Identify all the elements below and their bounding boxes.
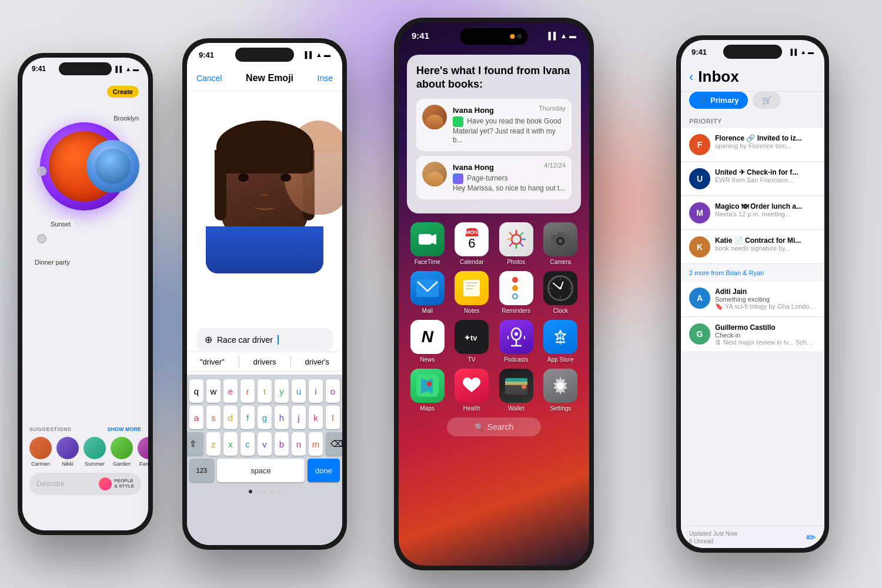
app-appstore[interactable]: App Store [542,320,580,363]
bubble-small-dot2 [37,234,46,243]
autocomplete-1[interactable]: "driver" [200,358,225,366]
shopping-tab[interactable]: 🛒 [753,92,781,109]
suggestion-garden[interactable]: Garden [111,437,133,467]
key-h[interactable]: h [275,406,289,429]
key-t[interactable]: t [258,379,272,403]
phone4-time: 9:41 [691,48,707,56]
app-news[interactable]: N News [408,320,447,363]
suggestion-nikki[interactable]: Nikki [56,437,79,467]
svg-line-10 [509,243,513,246]
app-tv[interactable]: ✦tv TV [453,320,492,363]
key-g[interactable]: g [258,406,272,429]
autocomplete-2[interactable]: drivers [253,358,276,366]
key-m[interactable]: m [309,432,323,456]
key-row-1: q w e r t y u i o [189,379,340,403]
cancel-button[interactable]: Cancel [196,74,222,83]
key-n[interactable]: n [292,432,306,456]
search-input-bar[interactable]: ⊕ Race car driver [196,328,333,351]
svg-point-23 [514,332,518,336]
mail-item-guillermo[interactable]: G Guillermo Castillo Check-in 🗓 Next maj… [681,318,824,352]
emoji-figure[interactable] [212,121,318,262]
key-q[interactable]: q [189,379,203,403]
app-calendar[interactable]: MON 6 Calendar [453,222,492,265]
facetime-label: FaceTime [415,259,440,265]
key-z[interactable]: z [206,432,220,456]
app-podcasts[interactable]: Podcasts [497,320,536,363]
tv-icon: ✦tv [455,320,489,354]
mail-item-katie[interactable]: K Katie 📄 Contract for Mi... book needs … [681,230,824,264]
key-done[interactable]: done [308,459,340,482]
more-from[interactable]: 2 more from Brian & Ryan [681,265,824,281]
aditi-preview: 🔖 YA sci-fi trilogy by Gha London-based. [715,303,816,310]
app-health[interactable]: Health [453,369,492,412]
siri-question: Here's what I found from Ivana about boo… [416,64,572,92]
key-w[interactable]: w [206,379,220,403]
phone1-status-icons: ▌▌ ▲ ▬ [115,66,139,72]
mail-item-aditi[interactable]: A Aditi Jain Something exciting 🔖 YA sci… [681,282,824,317]
siri-result-2[interactable]: Ivana Hong 4/12/24 Page-turnersHey Maris… [416,156,572,199]
siri-result-1[interactable]: Ivana Hong Thursday Have you read the bo… [416,99,572,151]
app-maps[interactable]: Maps [408,369,447,412]
key-f[interactable]: f [240,406,255,429]
app-camera[interactable]: Camera [542,222,580,265]
key-c[interactable]: c [240,432,255,456]
create-badge[interactable]: Create [107,86,139,98]
mail-item-united[interactable]: U United ✈ Check-in for f... EWR from Sa… [681,162,824,196]
suggestion-carmen[interactable]: Carmen [29,437,52,467]
compose-btn[interactable]: ✏ [806,530,816,544]
app-clock[interactable]: Clock [542,271,580,314]
search-pill[interactable]: 🔍 Search [447,417,541,436]
key-b[interactable]: b [275,432,289,456]
key-x[interactable]: x [223,432,238,456]
app-notes[interactable]: Notes [453,271,492,314]
mail-item-florence[interactable]: F Florence 🔗 Invited to iz... opening by… [681,128,824,162]
key-l[interactable]: l [326,406,340,429]
primary-tab[interactable]: 👤 Primary [689,92,748,109]
key-j[interactable]: j [292,406,306,429]
florence-preview: opening by Florence tom... [715,142,816,149]
autocomplete-3[interactable]: driver's [305,358,329,366]
key-s[interactable]: s [206,406,220,429]
bubble-medium[interactable] [86,140,139,193]
show-more-btn[interactable]: SHOW MORE [108,426,142,432]
key-row-2: a s d f g h j k l [189,406,340,429]
app-reminders[interactable]: Reminders [497,271,536,314]
app-photos[interactable]: Photos [497,222,536,265]
magico-content: Magico 🍽 Order lunch a... Neeta's 12 p.m… [715,202,816,218]
key-v[interactable]: v [258,432,272,456]
app-wallet[interactable]: Wallet [497,369,536,412]
search-icon-phone3: 🔍 [475,423,484,432]
mail-back-btn[interactable]: ‹ [689,69,693,85]
siri-preview-1: Have you read the book Good Material yet… [453,116,566,145]
describe-bar[interactable]: Describe PEOPLE& STYLE [29,473,141,495]
insert-button[interactable]: Inse [318,74,333,83]
key-e[interactable]: e [223,379,238,403]
health-icon [455,369,489,403]
appstore-label: App Store [547,356,573,363]
suggestion-fantasy[interactable]: Fantasy [138,437,148,467]
mail-tabs: 👤 Primary 🛒 [681,92,824,109]
key-i[interactable]: i [309,379,323,403]
key-o[interactable]: o [326,379,340,403]
key-123[interactable]: 123 [189,459,214,482]
key-y[interactable]: y [275,379,289,403]
key-d[interactable]: d [223,406,238,429]
camera-icon [543,222,577,256]
app-facetime[interactable]: FaceTime [408,222,447,265]
guillermo-subject: Check-in [715,332,816,339]
updated-text: Updated Just Now6 Unread [689,530,737,545]
key-shift[interactable]: ⇧ [187,432,203,456]
clock-icon [543,271,577,305]
app-settings[interactable]: Settings [542,369,580,412]
key-space[interactable]: space [217,459,305,482]
key-k[interactable]: k [309,406,323,429]
suggestion-summer[interactable]: Summer [83,437,106,467]
key-r[interactable]: r [240,379,255,403]
key-a[interactable]: a [189,406,203,429]
mail-item-magico[interactable]: M Magico 🍽 Order lunch a... Neeta's 12 p… [681,196,824,230]
guillermo-preview: 🗓 Next major review in tv... Schedule me… [715,339,816,346]
key-delete[interactable]: ⌫ [326,432,342,456]
key-u[interactable]: u [292,379,306,403]
svg-rect-31 [505,382,527,385]
app-mail[interactable]: Mail [408,271,447,314]
